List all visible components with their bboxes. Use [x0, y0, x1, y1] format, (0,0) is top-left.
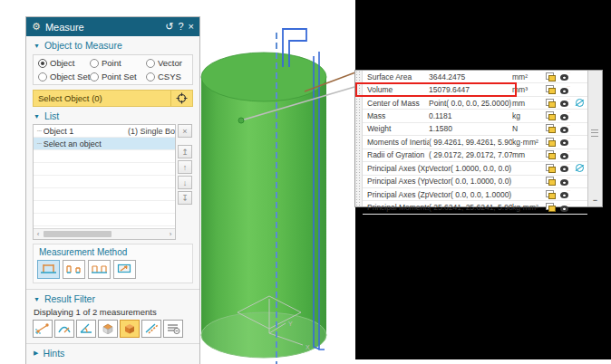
display-annotation-icon[interactable] [559, 190, 570, 198]
expression-icon[interactable] [546, 150, 556, 159]
measurement-method-buttons [37, 260, 189, 279]
list-item[interactable]: ┄ Select an object [34, 138, 175, 150]
expression-icon[interactable] [546, 177, 556, 186]
display-annotation-icon[interactable] [559, 125, 570, 133]
radio-vector[interactable]: Vector [146, 58, 193, 68]
display-annotation-icon[interactable] [559, 86, 570, 94]
move-down-button[interactable]: ↓ [178, 176, 192, 189]
measurement-row-moments-of-inertia: Moments of Inertia ( 99.4261, 99.4261, 5… [363, 136, 587, 148]
radio-icon [90, 59, 99, 68]
measurement-method-group: Measurement Method [33, 244, 193, 283]
radio-icon [146, 59, 155, 68]
method-projected-icon [116, 263, 133, 276]
create-geometry-icon[interactable] [576, 164, 584, 172]
method-chain-button[interactable] [88, 260, 111, 279]
section-hints[interactable]: ▶ Hints [26, 344, 199, 360]
display-annotation-icon[interactable] [559, 204, 570, 212]
reset-icon[interactable]: ↺ [165, 22, 173, 32]
expression-icon[interactable] [546, 203, 556, 212]
expression-icon[interactable] [546, 99, 556, 108]
select-object-label: Select Object (0) [34, 91, 170, 106]
filter-angle-button[interactable] [76, 320, 96, 338]
radius-icon [57, 322, 72, 336]
scroll-thumb[interactable] [44, 231, 112, 237]
select-crosshair-cell[interactable] [170, 91, 192, 106]
measurement-method-label: Measurement Method [37, 246, 189, 260]
dialog-titlebar[interactable]: ⚙ Measure ↺ ? × [26, 17, 199, 36]
measurement-row-principal-axes-zp-: Principal Axes (Zp) Vector( 0.0, 0.0, 1.… [363, 188, 587, 201]
radio-point[interactable]: Point [90, 58, 146, 68]
object-list-area: ┄ Object 1(1) Single Bo ┄ Select an obje… [33, 124, 193, 240]
section-object-to-measure[interactable]: ▼ Object to Measure [26, 36, 199, 53]
annotation-list-icon [166, 322, 180, 336]
horizontal-scrollbar[interactable]: ‹ › [34, 228, 175, 239]
measurement-row-radii-of-gyration: Radii of Gyration ( 29.0172, 29.0172, 7.… [363, 149, 587, 162]
minimize-icon[interactable]: − [588, 197, 602, 203]
display-annotation-icon[interactable] [559, 177, 570, 186]
radio-object[interactable]: Object [38, 58, 90, 68]
radio-point-set[interactable]: Point Set [90, 72, 146, 81]
expression-icon[interactable] [546, 72, 556, 81]
display-annotation-icon[interactable] [559, 164, 570, 172]
section-result-filter[interactable]: ▼ Result Filter [26, 290, 199, 306]
display-annotation-icon[interactable] [559, 112, 570, 120]
display-annotation-icon[interactable] [559, 151, 570, 159]
object-list[interactable]: ┄ Object 1(1) Single Bo ┄ Select an obje… [33, 124, 176, 240]
measurement-row-principal-moments: Principal Moments ( 25.6241, 25.6241, 5.… [363, 201, 587, 214]
filter-distance-button[interactable] [33, 320, 53, 338]
move-to-bottom-button[interactable]: ↧ [178, 191, 192, 205]
list-empty-row[interactable] [34, 214, 175, 226]
expression-icon[interactable] [546, 138, 556, 147]
scroll-left-icon[interactable]: ‹ [34, 230, 43, 238]
display-annotation-icon[interactable] [559, 72, 570, 81]
radio-csys[interactable]: CSYS [146, 72, 193, 81]
radio-icon [146, 72, 155, 81]
method-pairs-button[interactable] [63, 260, 85, 279]
filter-annotation-list-button[interactable] [163, 320, 183, 338]
list-item[interactable]: ┄ Object 1(1) Single Bo [34, 125, 175, 138]
measurement-results-panel[interactable]: Surface Area 3644.2475 mm² Volume 15079.… [354, 70, 603, 207]
expression-icon[interactable] [546, 111, 556, 120]
method-projected-button[interactable] [113, 260, 136, 279]
list-empty-row[interactable] [34, 188, 175, 201]
display-annotation-icon[interactable] [559, 99, 570, 107]
cylinder-top-face[interactable] [201, 53, 326, 101]
expression-icon[interactable] [546, 164, 556, 173]
help-icon[interactable]: ? [178, 22, 183, 32]
expression-icon[interactable] [546, 85, 556, 94]
measure-type-radio-group: Object Point Vector Object Set Point Set… [33, 54, 193, 85]
scroll-right-icon[interactable]: › [166, 230, 175, 238]
filter-radius-button[interactable] [54, 320, 74, 338]
close-icon[interactable]: × [189, 22, 194, 32]
section-list[interactable]: ▼ List [26, 107, 199, 123]
table-drag-handle[interactable] [355, 71, 363, 206]
move-to-top-button[interactable]: ↥ [178, 145, 192, 158]
filter-body-button[interactable] [120, 320, 140, 338]
list-empty-row[interactable] [34, 201, 175, 214]
grip-icon [591, 127, 598, 139]
table-side-strip[interactable]: − [587, 71, 602, 206]
create-geometry-icon[interactable] [576, 99, 584, 107]
select-object-bar[interactable]: Select Object (0) [33, 90, 193, 107]
expression-icon[interactable] [546, 190, 556, 199]
gear-icon: ⚙ [32, 22, 41, 32]
method-chain-icon [91, 263, 108, 276]
expression-icon[interactable] [546, 124, 556, 133]
angle-icon [79, 322, 93, 336]
list-empty-row[interactable] [34, 150, 175, 163]
radio-object-set[interactable]: Object Set [38, 72, 90, 81]
collapse-arrow-icon: ▼ [34, 296, 40, 302]
expand-arrow-icon: ▶ [34, 350, 38, 357]
dialog-title: Measure [45, 22, 160, 33]
filter-hatch-measure-button[interactable] [141, 320, 161, 338]
display-annotation-icon[interactable] [559, 138, 570, 146]
move-up-button[interactable]: ↑ [178, 160, 192, 174]
cylinder-bottom-face [201, 312, 326, 358]
collapse-arrow-icon: ▼ [34, 43, 40, 49]
list-empty-row[interactable] [34, 176, 175, 188]
method-simple-button[interactable] [37, 260, 60, 279]
list-buttons: ×↥↑↓↧ [178, 124, 193, 240]
filter-face-button[interactable] [98, 320, 118, 338]
remove-button[interactable]: × [178, 124, 192, 138]
list-empty-row[interactable] [34, 163, 175, 176]
